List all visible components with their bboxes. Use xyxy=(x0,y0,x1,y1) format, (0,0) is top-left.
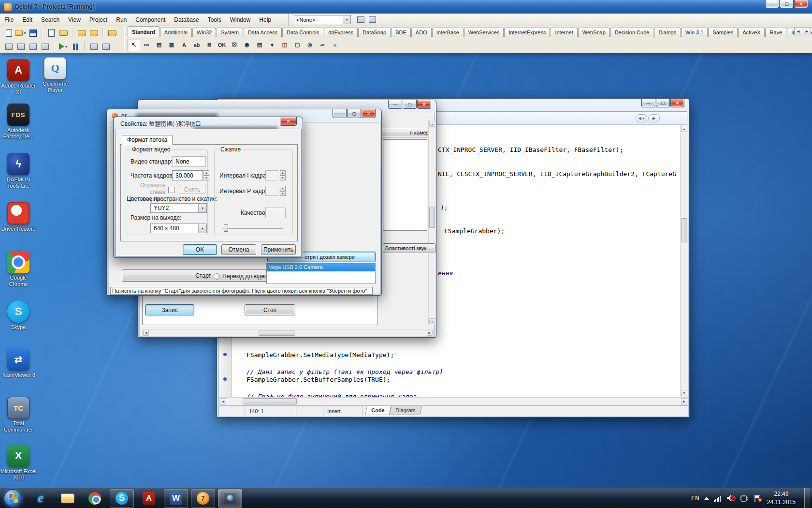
scrollbar-component-icon[interactable]: ◫ xyxy=(278,39,291,51)
palette-scroll-left-icon[interactable]: ◀ xyxy=(794,27,802,35)
video-window-horizontal-scrollbar[interactable]: ◀ ▶ xyxy=(142,329,434,337)
view-unit-icon[interactable] xyxy=(3,41,14,52)
palette-tab[interactable]: Data Controls xyxy=(282,28,323,37)
frames-component-icon[interactable]: ▭ xyxy=(140,39,153,51)
new-form-icon[interactable] xyxy=(39,41,51,52)
video-mode-radio[interactable] xyxy=(214,273,220,280)
quality-slider-thumb[interactable] xyxy=(224,224,228,232)
browse-forward-icon[interactable]: ▶ xyxy=(648,114,660,122)
scroll-left-icon[interactable]: ◀ xyxy=(220,398,226,404)
palette-tab[interactable]: Standard xyxy=(128,26,160,37)
combobox-component-icon[interactable]: ▼ xyxy=(266,39,278,51)
taskbar-delphi-icon[interactable]: 7 xyxy=(191,489,215,508)
ide-minimize-button[interactable]: — xyxy=(765,0,779,8)
desktop-icon[interactable]: ⇄ TeamViewer 8 xyxy=(0,348,37,378)
scrollbar-thumb[interactable] xyxy=(429,207,435,228)
photo-window-close-button[interactable]: ✕ xyxy=(362,109,376,118)
menu-item[interactable]: Search xyxy=(37,15,64,25)
scrollbar-thumb[interactable] xyxy=(681,218,687,242)
palette-tab[interactable]: Decision Cube xyxy=(610,28,654,37)
menu-item[interactable]: Help xyxy=(255,15,276,25)
save-file-icon[interactable] xyxy=(27,27,39,39)
desktop-icon[interactable]: Google Chrome xyxy=(0,251,37,287)
scroll-up-icon[interactable]: ▲ xyxy=(429,121,435,127)
desktop-icon[interactable]: TC Total Commander xyxy=(0,397,37,433)
scroll-up-icon[interactable]: ▲ xyxy=(681,126,687,132)
palette-tab[interactable]: Samples xyxy=(708,28,738,37)
snap-button[interactable]: Снять xyxy=(179,185,205,194)
palette-tab[interactable]: System xyxy=(217,28,243,37)
palette-tab[interactable]: Win 3.1 xyxy=(681,28,708,37)
cancel-button[interactable]: Отмена xyxy=(221,244,256,255)
palette-tab[interactable]: BDE xyxy=(391,28,411,37)
scrollbar-thumb[interactable] xyxy=(259,330,295,336)
menu-item[interactable]: File xyxy=(0,15,18,25)
menu-item[interactable]: Component xyxy=(131,15,170,25)
menu-item[interactable]: Database xyxy=(170,15,203,25)
radiogroup-component-icon[interactable]: ◎ xyxy=(304,39,316,51)
open-project-icon[interactable] xyxy=(58,27,69,39)
colorspace-combo[interactable]: YUY2 ▼ xyxy=(150,203,207,213)
flip-checkbox[interactable] xyxy=(168,187,174,193)
palette-tab[interactable]: ADO xyxy=(411,28,432,37)
desktop-layout-combo[interactable]: <None> ▼ xyxy=(294,15,351,24)
desktop-icon[interactable]: S Skype xyxy=(0,300,37,330)
photo-window-minimize-button[interactable]: — xyxy=(333,109,347,118)
menu-item[interactable]: Run xyxy=(112,15,131,25)
palette-tab[interactable]: Rave xyxy=(765,28,786,37)
new-items-icon[interactable] xyxy=(3,27,14,39)
memo-component-icon[interactable]: ≣ xyxy=(203,39,216,51)
taskbar-explorer-icon[interactable] xyxy=(56,489,80,508)
breakpoint-dot-icon[interactable] xyxy=(223,353,227,356)
palette-tab[interactable]: Data Access xyxy=(244,28,282,37)
ok-button[interactable]: OK xyxy=(183,244,217,255)
selector-tool-icon[interactable]: ↖ xyxy=(128,39,140,51)
combo-dropdown-icon[interactable]: ▼ xyxy=(343,15,350,24)
apply-button[interactable]: Применить xyxy=(261,244,296,255)
debug-desktop-icon[interactable] xyxy=(366,14,378,26)
palette-tab[interactable]: Win32 xyxy=(192,28,216,37)
remove-file-from-project-icon[interactable] xyxy=(88,27,100,39)
scroll-left-icon[interactable]: ◀ xyxy=(143,330,149,336)
ide-close-button[interactable]: ✕ xyxy=(794,0,808,8)
help-contents-icon[interactable] xyxy=(106,27,118,39)
palette-tab[interactable]: InternetExpress xyxy=(504,28,550,37)
palette-tab[interactable]: Internet xyxy=(551,28,577,37)
view-form-icon[interactable] xyxy=(15,41,27,52)
palette-tab[interactable]: Dialogs xyxy=(654,28,681,37)
save-desktop-icon[interactable] xyxy=(355,14,366,26)
taskbar-ie-icon[interactable]: e xyxy=(29,489,53,508)
action-center-flag-icon[interactable] xyxy=(754,494,762,502)
camera-device-list[interactable]: Vega USB 2.0 Camera. xyxy=(266,263,376,284)
open-file-icon[interactable]: ▼ xyxy=(15,27,27,39)
tab-stream-format[interactable]: Формат потока xyxy=(122,135,173,145)
scrollbar-thumb[interactable] xyxy=(243,398,297,404)
combo-dropdown-icon[interactable]: ▼ xyxy=(198,204,206,212)
taskbar-skype-icon[interactable]: S xyxy=(110,489,134,508)
browse-back-icon[interactable]: ◀ ▾ xyxy=(636,114,647,122)
desktop-icon[interactable]: ϟ DAEMON Tools Lite xyxy=(0,153,37,189)
desktop-icon[interactable]: X Microsoft Excel 2010 xyxy=(0,445,37,480)
editor-vertical-scrollbar[interactable]: ▲ ▼ xyxy=(680,125,688,397)
output-size-combo[interactable]: 640 x 480 ▼ xyxy=(150,224,207,233)
video-window-vertical-scrollbar[interactable]: ▲ ▼ xyxy=(428,120,436,325)
desktop-icon[interactable]: Driver Restore xyxy=(0,202,37,232)
language-indicator[interactable]: EN xyxy=(691,495,699,502)
editor-horizontal-scrollbar[interactable]: ◀ ▶ xyxy=(219,397,688,405)
menu-item[interactable]: View xyxy=(64,15,85,25)
video-window-maximize-button[interactable]: ▢ xyxy=(403,100,417,109)
palette-tab[interactable]: DataSnap xyxy=(358,28,391,37)
toggle-form-unit-icon[interactable] xyxy=(27,41,39,52)
palette-scroll-right-icon[interactable]: ▶ xyxy=(803,27,811,35)
popupmenu-component-icon[interactable]: ▥ xyxy=(165,39,178,51)
checkbox-component-icon[interactable]: ☒ xyxy=(228,39,241,51)
scroll-right-icon[interactable]: ▶ xyxy=(427,330,433,336)
palette-tab[interactable]: WebSnap xyxy=(578,28,610,37)
i-interval-spinner[interactable]: ▲▼ xyxy=(280,170,286,180)
mainmenu-component-icon[interactable]: ▤ xyxy=(153,39,165,51)
scroll-down-icon[interactable]: ▼ xyxy=(681,390,687,396)
palette-tab[interactable]: ActiveX xyxy=(738,28,765,37)
taskbar-word-icon[interactable]: W xyxy=(164,489,188,508)
record-button[interactable]: Запис xyxy=(145,304,194,315)
sound-properties-button[interactable]: Властивості звук xyxy=(383,243,435,253)
